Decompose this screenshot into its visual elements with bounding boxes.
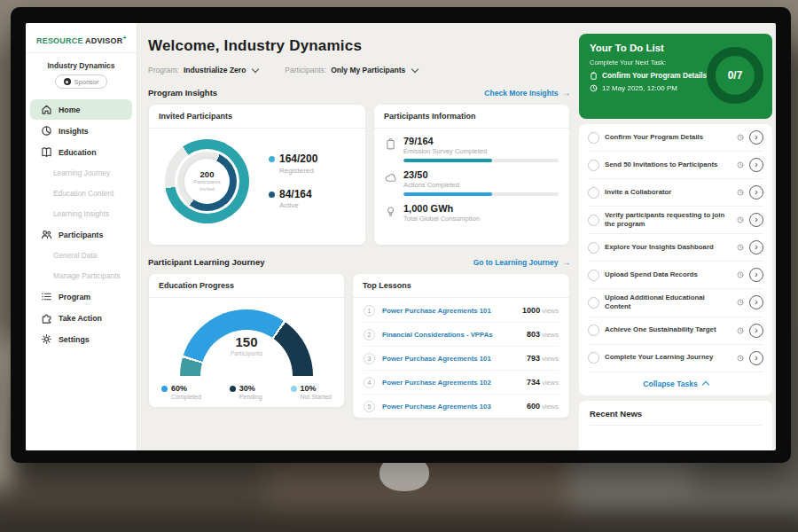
task-checkbox[interactable]	[588, 160, 599, 171]
donut-legend: 164/200 Registered 84/164 Active	[269, 153, 317, 208]
lesson-link[interactable]: Power Purchase Agreements 101	[382, 355, 520, 363]
task-row[interactable]: Explore Your Insights Dashboard	[588, 234, 763, 262]
sidebar-item-learning-insights[interactable]: Learning Insights	[30, 204, 132, 223]
lesson-row: 1 Power Purchase Agreements 101 1000 vie…	[364, 299, 559, 323]
task-chevron-button[interactable]	[749, 130, 763, 145]
settings-icon	[41, 333, 52, 345]
task-checkbox[interactable]	[588, 325, 599, 336]
legend-dot	[230, 386, 236, 392]
legend-item-pending: 30% Pending	[230, 384, 262, 400]
sidebar-item-manage-participants[interactable]: Manage Participants	[30, 266, 132, 286]
task-row[interactable]: Send 50 Invitations to Participants	[588, 152, 763, 179]
lesson-row: 3 Power Purchase Agreements 101 793 view…	[364, 347, 559, 371]
sidebar-item-label: Program	[59, 293, 90, 301]
stat-label: Actions Completed	[403, 181, 559, 189]
sidebar-item-home[interactable]: Home	[30, 99, 132, 120]
filter-bar: Program: Industrialize Zero Participants…	[148, 66, 570, 74]
participants-select[interactable]: Participants: Only My Participants	[285, 66, 418, 74]
task-chevron-button[interactable]	[749, 185, 763, 200]
recent-news-title: Recent News	[590, 409, 762, 426]
legend-value: 60%	[171, 384, 201, 393]
sidebar-item-education[interactable]: Education	[30, 142, 132, 162]
task-checkbox[interactable]	[588, 297, 599, 309]
sidebar-item-general-data[interactable]: General Data	[30, 246, 132, 265]
lesson-link[interactable]: Power Purchase Agreements 101	[382, 307, 515, 315]
task-row[interactable]: Confirm Your Program Details	[588, 124, 763, 152]
sidebar-item-label: Learning Journey	[53, 168, 110, 177]
sidebar-item-education-content[interactable]: Education Content	[30, 184, 132, 203]
program-insights-header: Program Insights Check More Insights	[148, 88, 570, 98]
stat-total-consumption: 1,000 GWh Total Global Consumption	[385, 203, 559, 226]
sidebar-item-learning-journey[interactable]: Learning Journey	[30, 163, 132, 183]
task-checkbox[interactable]	[588, 352, 599, 364]
collapse-tasks-link[interactable]: Collapse Tasks	[588, 372, 763, 395]
task-checkbox[interactable]	[588, 187, 599, 199]
check-more-insights-link[interactable]: Check More Insights	[484, 89, 570, 98]
donut-center-value: 200	[200, 169, 215, 179]
task-row[interactable]: Upload Spend Data Records	[588, 262, 763, 289]
task-row[interactable]: Invite a Collaborator	[588, 179, 763, 207]
sidebar-item-insights[interactable]: Insights	[30, 121, 132, 141]
top-lessons-card: Top Lessons 1 Power Purchase Agreements …	[352, 273, 570, 419]
background-bottom-strip	[0, 511, 798, 532]
todo-due-date-label: 12 May 2025, 12:00 PM	[602, 84, 677, 92]
education-gauge-wrap: 150 Participants	[180, 309, 313, 376]
clock-icon	[737, 355, 744, 362]
lesson-link[interactable]: Power Purchase Agreements 102	[382, 379, 520, 387]
todo-progress-ring: 0/7	[707, 47, 763, 104]
sponsor-badge-label: Sponsor	[74, 78, 99, 86]
go-to-learning-journey-link[interactable]: Go to Learning Journey	[473, 258, 570, 267]
task-chevron-button[interactable]	[749, 295, 763, 309]
sponsor-badge: Sponsor	[55, 74, 108, 89]
legend-value: 30%	[239, 384, 262, 393]
task-row[interactable]: Complete Your Learning Journey	[588, 345, 763, 372]
task-checkbox[interactable]	[588, 242, 599, 254]
lesson-link[interactable]: Financial Considerations - VPPAs	[382, 331, 520, 339]
task-chevron-button[interactable]	[749, 324, 763, 338]
task-row[interactable]: Verify participants requesting to join t…	[588, 207, 763, 234]
task-label: Explore Your Insights Dashboard	[605, 243, 732, 252]
arrow-right-icon	[563, 89, 571, 98]
task-chevron-button[interactable]	[749, 268, 763, 282]
insights-cards-row: Invited Participants 200 Participants In…	[148, 104, 570, 246]
sidebar-item-participants[interactable]: Participants	[30, 224, 132, 245]
task-row[interactable]: Achieve One Sustainability Target	[588, 317, 763, 345]
task-label: Achieve One Sustainability Target	[605, 325, 732, 334]
lesson-link[interactable]: Power Purchase Agreements 103	[382, 403, 520, 411]
sponsor-icon	[64, 78, 71, 85]
task-chevron-button[interactable]	[749, 351, 763, 365]
task-checkbox[interactable]	[588, 132, 599, 144]
task-chevron-button[interactable]	[749, 158, 763, 172]
stat-value: 23/50	[403, 169, 559, 180]
right-panel: Your To Do List Complete Your Next Task:…	[579, 23, 776, 450]
legend-item-completed: 60% Completed	[161, 384, 201, 400]
sidebar-nav: Home Insights Education Learning Journey…	[26, 99, 137, 349]
invited-participants-title: Invited Participants	[149, 105, 365, 129]
task-label: Upload Spend Data Records	[605, 270, 732, 279]
go-to-learning-journey-label: Go to Learning Journey	[473, 258, 559, 267]
clock-icon	[737, 244, 744, 251]
lesson-views-count: 1000	[522, 306, 540, 315]
program-select[interactable]: Program: Industrialize Zero	[148, 66, 258, 74]
lesson-views-suffix: views	[542, 379, 559, 387]
task-chevron-button[interactable]	[749, 240, 763, 254]
stat-bar	[403, 159, 559, 162]
sidebar-item-settings[interactable]: Settings	[30, 329, 132, 349]
legend-dot	[291, 386, 297, 392]
sidebar-item-label: Education	[59, 148, 97, 157]
lesson-views-count: 600	[527, 402, 540, 411]
learning-journey-heading: Participant Learning Journey	[148, 257, 264, 267]
legend-value: 10%	[301, 384, 332, 393]
task-checkbox[interactable]	[588, 270, 599, 281]
sidebar-item-take-action[interactable]: Take Action	[30, 308, 132, 328]
donut-center: 200 Participants Invited	[184, 159, 230, 204]
sidebar-item-program[interactable]: Program	[30, 286, 132, 307]
legend-dot	[269, 192, 275, 198]
legend-value: 164/200	[279, 153, 317, 165]
task-chevron-button[interactable]	[749, 213, 763, 227]
task-checkbox[interactable]	[588, 215, 599, 226]
lesson-views-suffix: views	[542, 331, 559, 339]
lesson-views-suffix: views	[542, 307, 559, 315]
task-row[interactable]: Upload Additional Educational Content	[588, 289, 763, 317]
task-label: Verify participants requesting to join t…	[605, 211, 732, 229]
